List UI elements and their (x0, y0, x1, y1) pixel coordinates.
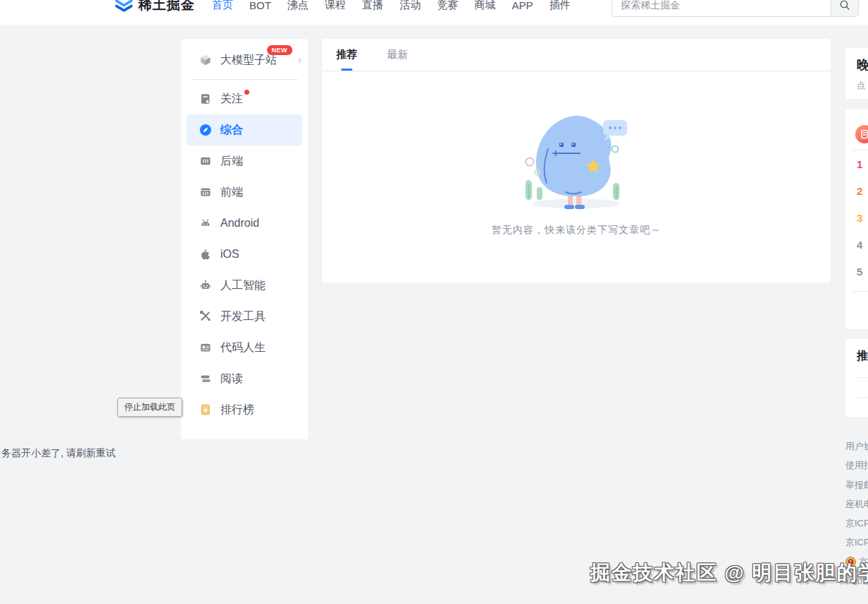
juejin-logo[interactable]: 稀土掘金 (115, 0, 195, 14)
juejin-logo-icon (115, 0, 133, 14)
sidebar-divider (191, 79, 298, 80)
sidebar-item-label: iOS (220, 248, 239, 261)
greeting-title: 晚 (857, 57, 868, 73)
new-badge: NEW (267, 45, 293, 55)
rank-item-2[interactable]: 2 (845, 177, 868, 204)
search-button[interactable] (831, 0, 858, 16)
reading-icon (199, 372, 212, 385)
top-navbar: 稀土掘金 首页 BOT 沸点 课程 直播 活动 竞赛 商城 APP 插件 (0, 0, 868, 25)
sidebar-item-llm-substation[interactable]: 大模型子站 NEW › (181, 45, 308, 76)
server-error-text: 务器开小差了, 请刷新重试 (1, 447, 116, 460)
sidebar-item-label: 后端 (220, 154, 243, 169)
search-box (612, 0, 859, 17)
article-rank-icon (855, 125, 868, 143)
nav-item-pins[interactable]: 沸点 (287, 0, 309, 12)
article-ranking-card: 1 2 3 4 5 (845, 109, 868, 329)
tab-latest[interactable]: 最新 (387, 39, 408, 71)
sidebar-item-ai[interactable]: 人工智能 (181, 270, 308, 301)
nav-item-plugin[interactable]: 插件 (549, 0, 571, 12)
recommended-topics-card: 推 (845, 339, 868, 417)
sidebar-item-label: 关注 (220, 92, 243, 107)
greeting-subtitle: 点 (857, 80, 868, 92)
sidebar-item-label: 人工智能 (220, 278, 266, 293)
sidebar-item-label: 代码人生 (220, 341, 266, 355)
rank-number: 4 (857, 239, 862, 251)
follow-icon (199, 93, 212, 105)
footer-link-guide[interactable]: 使用指 (845, 456, 868, 475)
tools-icon (199, 310, 212, 323)
logo-text: 稀土掘金 (138, 0, 195, 14)
rank-item-3[interactable]: 3 (845, 204, 868, 231)
nav-item-courses[interactable]: 课程 (325, 0, 346, 12)
tab-recommended[interactable]: 推荐 (336, 39, 357, 71)
cube-icon (199, 54, 212, 66)
sidebar-item-devtools[interactable]: 开发工具 (181, 301, 308, 332)
empty-illustration-mascot (506, 107, 647, 213)
nav-item-contest[interactable]: 竞赛 (437, 0, 458, 12)
category-sidebar: 大模型子站 NEW › 关注 综合 (181, 39, 308, 439)
footer-link-user-agreement[interactable]: 用户协 (845, 437, 868, 456)
search-input[interactable] (612, 0, 831, 16)
frontend-icon (199, 186, 212, 199)
nav-item-app[interactable]: APP (512, 0, 533, 11)
rank-number: 3 (857, 212, 862, 224)
chevron-right-icon: › (298, 54, 302, 66)
sidebar-item-label: 综合 (220, 123, 243, 138)
sidebar-item-ios[interactable]: iOS (181, 239, 308, 270)
sidebar-item-android[interactable]: Android (181, 208, 308, 239)
rank-number: 1 (857, 158, 862, 170)
greeting-card: 晚 点 (845, 48, 868, 99)
sidebar-item-label: Android (220, 217, 259, 230)
sidebar-item-frontend[interactable]: 前端 (181, 177, 308, 208)
compass-icon (199, 124, 212, 136)
unread-dot (244, 90, 249, 95)
rank-number: 5 (857, 266, 862, 278)
idcard-icon (199, 341, 212, 354)
rank-number: 2 (857, 185, 862, 197)
empty-state-text: 暂无内容，快来该分类下写文章吧～ (492, 224, 661, 237)
sidebar-item-label: 前端 (220, 185, 243, 200)
watermark: 掘金技术社区 @ 明目张胆的学习 (590, 559, 868, 586)
empty-state: 暂无内容，快来该分类下写文章吧～ (322, 71, 831, 237)
browser-status-tooltip: 停止加载此页 (117, 398, 182, 417)
feed-panel: 推荐 最新 (322, 39, 831, 283)
nav-menu: 首页 BOT 沸点 课程 直播 活动 竞赛 商城 APP 插件 (212, 0, 571, 12)
footer-link-phone[interactable]: 座机电 (845, 495, 868, 514)
sidebar-item-career[interactable]: 代码人生 (181, 332, 308, 363)
ai-robot-icon (199, 279, 212, 292)
sidebar-item-label: 排行榜 (220, 403, 254, 418)
topic-divider (857, 377, 868, 378)
footer-link-report[interactable]: 举报邮 (845, 475, 868, 495)
rank-item-1[interactable]: 1 (845, 150, 868, 177)
nav-item-bot[interactable]: BOT (249, 0, 271, 11)
search-icon (839, 0, 850, 11)
nav-item-events[interactable]: 活动 (400, 0, 421, 12)
apple-icon (199, 248, 212, 261)
nav-item-home[interactable]: 首页 (212, 0, 233, 12)
sidebar-item-label: 阅读 (220, 372, 243, 386)
footer-link-icp-1[interactable]: 京ICP (845, 514, 868, 533)
nav-item-live[interactable]: 直播 (362, 0, 384, 12)
feed-tabbar: 推荐 最新 (322, 39, 831, 71)
sidebar-item-reading[interactable]: 阅读 (181, 363, 308, 394)
sidebar-item-follow[interactable]: 关注 (181, 83, 308, 114)
sidebar-item-ranking[interactable]: 排行榜 (181, 394, 308, 425)
sidebar-item-comprehensive[interactable]: 综合 (186, 114, 302, 146)
rank-divider (852, 291, 868, 292)
ranking-icon (199, 403, 212, 416)
topic-divider (857, 397, 868, 398)
topics-card-title: 推 (857, 349, 868, 364)
nav-item-shop[interactable]: 商城 (475, 0, 496, 12)
backend-icon (199, 155, 212, 167)
rank-item-5[interactable]: 5 (845, 258, 868, 285)
sidebar-item-backend[interactable]: 后端 (181, 146, 308, 177)
footer-link-icp-2[interactable]: 京ICP (845, 533, 868, 552)
rank-item-4[interactable]: 4 (845, 231, 868, 258)
sidebar-item-label: 大模型子站 (220, 53, 277, 68)
sidebar-item-label: 开发工具 (220, 309, 266, 324)
android-icon (199, 217, 212, 230)
